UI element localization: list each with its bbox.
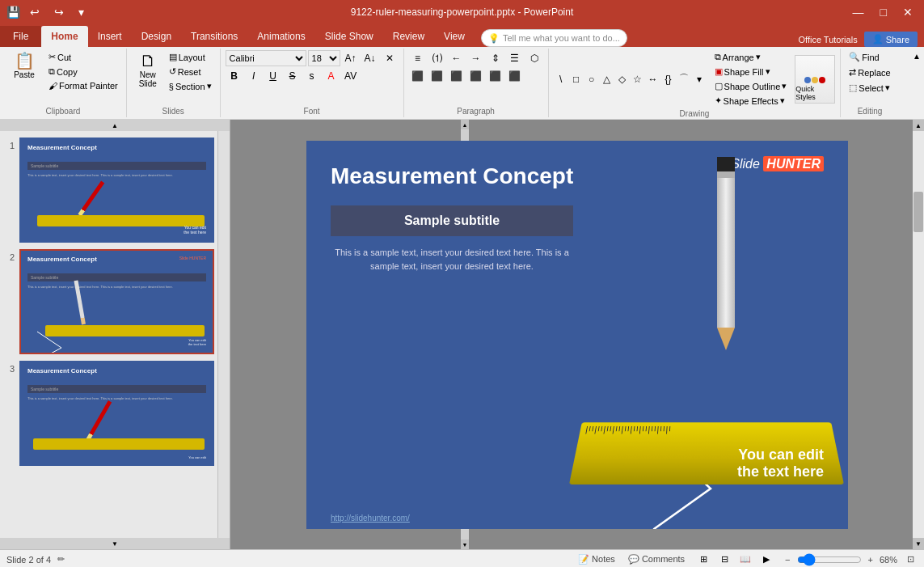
more-shapes-button[interactable]: ▾: [692, 72, 707, 87]
clear-format-button[interactable]: ✕: [381, 50, 399, 66]
slide-panel: 1 Measurement Concept Sample subtitle Th…: [0, 131, 218, 538]
replace-button[interactable]: ⇄ Replace: [846, 66, 893, 79]
notes-button[interactable]: 📝 Notes: [575, 553, 618, 565]
tab-transitions[interactable]: Transitions: [181, 26, 247, 47]
increase-indent-button[interactable]: →: [467, 50, 485, 66]
maximize-button[interactable]: □: [875, 4, 892, 20]
align-right-button[interactable]: ⬛: [448, 68, 466, 84]
normal-view-button[interactable]: ⊞: [694, 552, 712, 567]
office-tutorials-link[interactable]: Office Tutorials: [798, 35, 857, 44]
slide-3-thumbnail[interactable]: Measurement Concept Sample subtitle This…: [19, 361, 214, 466]
format-painter-button[interactable]: 🖌 Format Painter: [45, 79, 121, 92]
shape-btn[interactable]: ⌒: [677, 72, 691, 87]
slide-sorter-button[interactable]: ⊟: [715, 552, 733, 567]
zoom-in-button[interactable]: +: [865, 554, 876, 565]
slide-1-thumbnail[interactable]: Measurement Concept Sample subtitle This…: [19, 138, 214, 243]
slideshow-button[interactable]: ▶: [757, 552, 775, 567]
align-text-button[interactable]: ☰: [506, 50, 524, 66]
tab-review[interactable]: Review: [383, 26, 434, 47]
decrease-font-button[interactable]: A↓: [361, 50, 379, 66]
shape-btn[interactable]: {}: [661, 72, 676, 87]
panel-scroll-down[interactable]: ▼: [0, 538, 230, 549]
tab-animations[interactable]: Animations: [247, 26, 314, 47]
increase-font-button[interactable]: A↑: [342, 50, 360, 66]
scissors-icon: ✂: [49, 52, 56, 62]
panel-scroll-up[interactable]: ▲: [0, 120, 230, 131]
quick-access-dropdown[interactable]: ▾: [74, 4, 89, 20]
shape-btn[interactable]: ○: [584, 72, 599, 87]
tab-design[interactable]: Design: [132, 26, 181, 47]
tab-insert[interactable]: Insert: [88, 26, 132, 47]
slide-url[interactable]: http://slidehunter.com/: [331, 514, 410, 523]
character-spacing-button[interactable]: AV: [342, 68, 360, 84]
shape-fill-button[interactable]: ▣ Shape Fill ▾: [711, 65, 791, 78]
numbering-button[interactable]: ⑴: [428, 50, 446, 66]
tab-home[interactable]: Home: [41, 26, 87, 47]
bullets-button[interactable]: ≡: [409, 50, 427, 66]
italic-button[interactable]: I: [245, 68, 263, 84]
tab-view[interactable]: View: [434, 26, 475, 47]
line-spacing-button[interactable]: ⬛: [506, 68, 524, 84]
tab-slideshow[interactable]: Slide Show: [315, 26, 383, 47]
shape-btn[interactable]: □: [569, 72, 584, 87]
tab-file[interactable]: File: [0, 26, 41, 47]
justify-button[interactable]: ⬛: [467, 68, 485, 84]
columns-button[interactable]: ⬛: [487, 68, 504, 84]
minimize-button[interactable]: —: [848, 4, 869, 20]
canvas-scroll-down[interactable]: ▼: [913, 538, 924, 549]
select-button[interactable]: ⬚ Select ▾: [846, 81, 893, 95]
canvas-scroll-up[interactable]: ▲: [913, 120, 924, 131]
text-direction-button[interactable]: ⇕: [487, 50, 504, 66]
strikethrough-button[interactable]: S: [284, 68, 302, 84]
section-button[interactable]: § Section ▾: [166, 79, 215, 93]
right-scrollbar-thumb: [913, 192, 923, 232]
shape-btn[interactable]: \: [554, 72, 568, 87]
pencil-eraser: [717, 157, 735, 171]
slide-canvas[interactable]: Measurement Concept Slide HUNTER Sample …: [306, 141, 848, 529]
align-center-button[interactable]: ⬛: [428, 68, 446, 84]
reset-button[interactable]: ↺ Reset: [166, 65, 215, 78]
fit-to-window-button[interactable]: ⊡: [904, 553, 918, 565]
shape-btn[interactable]: △: [600, 72, 614, 87]
slide-subtitle-box[interactable]: Sample subtitle: [331, 205, 573, 236]
comments-button[interactable]: 💬 Comments: [625, 553, 688, 565]
bold-button[interactable]: B: [226, 68, 243, 84]
qs-dot-red: [819, 77, 825, 83]
quick-styles-button[interactable]: Quick Styles: [795, 55, 835, 104]
zoom-slider[interactable]: [797, 555, 862, 565]
undo-button[interactable]: ↩: [25, 4, 44, 20]
scroll-up-canvas[interactable]: ▲: [461, 120, 469, 129]
smartart-button[interactable]: ⬡: [525, 50, 543, 66]
slide-2-thumbnail[interactable]: Measurement Concept Slide HUNTER Sample …: [19, 249, 214, 354]
pencil-tip: [717, 328, 735, 350]
shape-effects-button[interactable]: ✦ Shape Effects ▾: [711, 94, 791, 108]
paste-button[interactable]: 📋 Paste: [5, 50, 44, 82]
cut-button[interactable]: ✂ Cut: [45, 50, 121, 64]
arrange-button[interactable]: ⧉ Arrange ▾: [711, 50, 791, 64]
new-slide-button[interactable]: 🗋 New Slide: [132, 50, 164, 91]
scroll-down-canvas[interactable]: ▼: [461, 539, 469, 549]
find-button[interactable]: 🔍 Find: [846, 50, 882, 64]
shadow-button[interactable]: s: [303, 68, 321, 84]
underline-button[interactable]: U: [264, 68, 282, 84]
copy-button[interactable]: ⧉ Copy: [45, 65, 121, 78]
shape-outline-button[interactable]: ▢ Shape Outline ▾: [711, 79, 791, 93]
shape-btn[interactable]: ☆: [631, 72, 645, 87]
shape-btn[interactable]: ◇: [615, 72, 630, 87]
share-button[interactable]: 👤 Share: [864, 32, 918, 47]
font-size-select[interactable]: 18: [308, 50, 340, 66]
font-family-select[interactable]: Calibri: [226, 50, 306, 66]
font-color-button[interactable]: A: [323, 68, 340, 84]
shape-btn[interactable]: ↔: [646, 72, 660, 87]
collapse-ribbon-button[interactable]: ▲: [909, 49, 924, 64]
close-button[interactable]: ✕: [898, 4, 918, 20]
tell-me-input[interactable]: 💡 Tell me what you want to do...: [481, 29, 627, 47]
zoom-out-button[interactable]: −: [782, 554, 793, 565]
copy-icon: ⧉: [49, 66, 55, 77]
decrease-indent-button[interactable]: ←: [448, 50, 466, 66]
reading-view-button[interactable]: 📖: [736, 552, 754, 567]
save-icon[interactable]: 💾: [6, 6, 20, 19]
align-left-button[interactable]: ⬛: [409, 68, 427, 84]
redo-button[interactable]: ↪: [49, 4, 69, 20]
layout-button[interactable]: ▤ Layout: [166, 50, 215, 64]
